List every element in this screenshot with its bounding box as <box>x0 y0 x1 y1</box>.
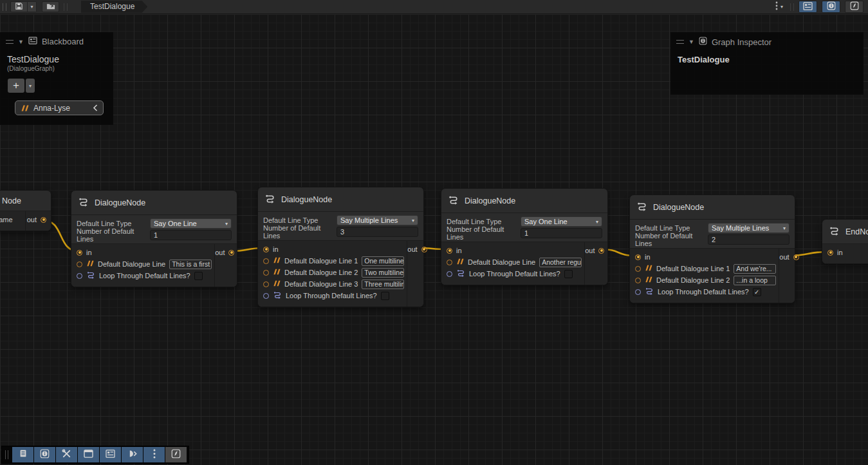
bool-port[interactable] <box>263 293 269 299</box>
open-asset-button[interactable] <box>42 1 59 12</box>
enum-dropdown[interactable]: Say One Line▾ <box>150 218 232 229</box>
graph-inspector-panel[interactable]: ▼ Graph Inspector TestDialogue <box>670 32 863 95</box>
minimap-quill-button[interactable] <box>165 447 187 462</box>
dialogue-node-3[interactable]: DialogueNodeDefault Line TypeSay One Lin… <box>441 188 608 285</box>
string-port[interactable] <box>635 266 641 272</box>
bool-port[interactable] <box>447 271 452 277</box>
dialogue-line-field[interactable]: This is a first <box>169 260 212 269</box>
flow-port[interactable] <box>421 247 427 252</box>
chevron-left-icon[interactable] <box>93 102 98 114</box>
node-title-bar[interactable]: Node <box>0 191 51 211</box>
minimap-toggle-button[interactable] <box>845 1 863 13</box>
node-properties: Default Line TypeSay Multiple Lines▾Numb… <box>630 220 795 249</box>
bool-port[interactable] <box>77 273 82 279</box>
port-label: in <box>456 247 462 254</box>
flow-port[interactable] <box>41 217 46 223</box>
input-port-row: Default Dialogue Line 1And we're... <box>635 263 776 274</box>
dialogue-line-field[interactable]: One multiline <box>362 256 404 266</box>
flow-port[interactable] <box>827 250 833 256</box>
enum-dropdown[interactable]: Say Multiple Lines▾ <box>337 215 418 225</box>
input-ports: inDefault Dialogue Line 1One multilineDe… <box>258 241 407 307</box>
dialogue-node-4[interactable]: DialogueNodeDefault Line TypeSay Multipl… <box>629 195 795 303</box>
bool-port[interactable] <box>635 289 641 295</box>
node-title-bar[interactable]: DialogueNode <box>441 189 607 213</box>
enum-dropdown[interactable]: Say One Line▾ <box>521 216 602 227</box>
node-title-bar[interactable]: DialogueNode <box>630 195 795 220</box>
info-button[interactable] <box>34 447 55 462</box>
string-port[interactable] <box>447 260 452 265</box>
dialogue-node-1[interactable]: DialogueNodeDefault Line TypeSay One Lin… <box>71 190 237 287</box>
flow-port[interactable] <box>228 250 234 256</box>
number-field[interactable]: 1 <box>150 230 232 240</box>
dialogue-line-field[interactable]: ...in a loop <box>734 276 776 285</box>
graph-name[interactable]: TestDialogue <box>1 49 113 64</box>
number-field[interactable]: 3 <box>337 227 418 237</box>
window-icon <box>84 449 93 460</box>
graph-canvas[interactable]: ▼ Blackboard TestDialogue (DialogueGraph… <box>0 14 868 465</box>
node-title-label: DialogueNode <box>465 196 515 205</box>
graph-inspector-toggle-button[interactable] <box>822 1 840 13</box>
blackboard-panel[interactable]: ▼ Blackboard TestDialogue (DialogueGraph… <box>0 32 113 125</box>
add-property-button[interactable]: + <box>8 79 24 93</box>
output-ports: out <box>779 249 803 303</box>
string-port[interactable] <box>263 258 269 264</box>
dialogue-line-field[interactable]: Another regu <box>539 258 582 267</box>
port-connected-dot <box>795 256 797 258</box>
string-port[interactable] <box>263 270 269 276</box>
property-label: Number of Default Lines <box>263 224 337 240</box>
window-button[interactable] <box>78 447 99 462</box>
collapse-arrow-icon[interactable]: ▼ <box>18 39 24 45</box>
flow-port[interactable] <box>263 247 269 252</box>
breadcrumb[interactable]: TestDialogue <box>81 1 147 13</box>
loop-checkbox[interactable] <box>194 272 203 280</box>
kebab-button[interactable] <box>143 447 165 462</box>
end-node[interactable]: EndNodein <box>822 219 868 264</box>
inspector-header[interactable]: ▼ Graph Inspector <box>671 33 863 50</box>
string-port[interactable] <box>263 281 269 287</box>
dropdown-value: Say One Line <box>154 220 225 227</box>
loop-checkbox[interactable] <box>381 292 389 300</box>
node-title-label: DialogueNode <box>653 203 704 212</box>
output-ports: out <box>407 241 431 307</box>
flow-port[interactable] <box>447 248 452 254</box>
flow-port[interactable] <box>77 250 82 256</box>
flow-port[interactable] <box>793 254 799 260</box>
node-title-bar[interactable]: EndNode <box>822 220 868 244</box>
dialogue-node-2[interactable]: DialogueNodeDefault Line TypeSay Multipl… <box>257 187 424 307</box>
overflow-menu-button[interactable]: ▾ <box>775 1 783 13</box>
toolbar-drag-handle[interactable] <box>3 3 6 11</box>
dialogue-line-field[interactable]: Two multiline <box>362 268 404 278</box>
add-property-dropdown[interactable]: ▾ <box>26 79 35 93</box>
play-half-button[interactable] <box>122 447 143 462</box>
dialogue-line-field[interactable]: And we're... <box>734 264 776 274</box>
blackboard-toggle-button[interactable] <box>799 1 817 13</box>
number-field[interactable]: 1 <box>521 228 602 238</box>
dialogue-node-icon <box>264 193 275 206</box>
dialogue-line-field[interactable]: Three multilin <box>362 280 404 289</box>
toolbar-drag-handle[interactable] <box>5 450 8 459</box>
save-button[interactable] <box>10 1 28 12</box>
string-port[interactable] <box>77 261 82 267</box>
save-dropdown-button[interactable]: ▾ <box>28 1 37 12</box>
loop-checkbox[interactable] <box>564 270 573 278</box>
flow-port[interactable] <box>635 254 641 260</box>
number-field[interactable]: 2 <box>708 234 790 245</box>
node-title-bar[interactable]: DialogueNode <box>258 187 423 212</box>
string-port[interactable] <box>635 278 641 283</box>
flow-port[interactable] <box>598 248 604 254</box>
port-label: Loop Through Default Lines? <box>286 292 377 299</box>
loop-checkbox[interactable]: ✓ <box>753 288 761 296</box>
blackboard-header[interactable]: ▼ Blackboard <box>1 33 113 49</box>
document-button[interactable] <box>12 447 33 462</box>
blackboard-property-anna-lyse[interactable]: Anna-Lyse <box>15 100 104 115</box>
enum-dropdown[interactable]: Say Multiple Lines▾ <box>708 223 790 233</box>
panel-drag-handle-icon <box>6 40 14 44</box>
start-node[interactable]: NodekerNameout <box>0 190 51 231</box>
blackboard-header-label: Blackboard <box>42 37 84 46</box>
tools-button[interactable] <box>56 447 77 462</box>
blackboard-button[interactable] <box>100 447 121 462</box>
input-ports: inDefault Dialogue LineThis is a first L… <box>71 244 214 287</box>
output-port-row: out <box>407 243 427 255</box>
node-title-bar[interactable]: DialogueNode <box>71 191 237 215</box>
collapse-arrow-icon[interactable]: ▼ <box>688 39 694 45</box>
